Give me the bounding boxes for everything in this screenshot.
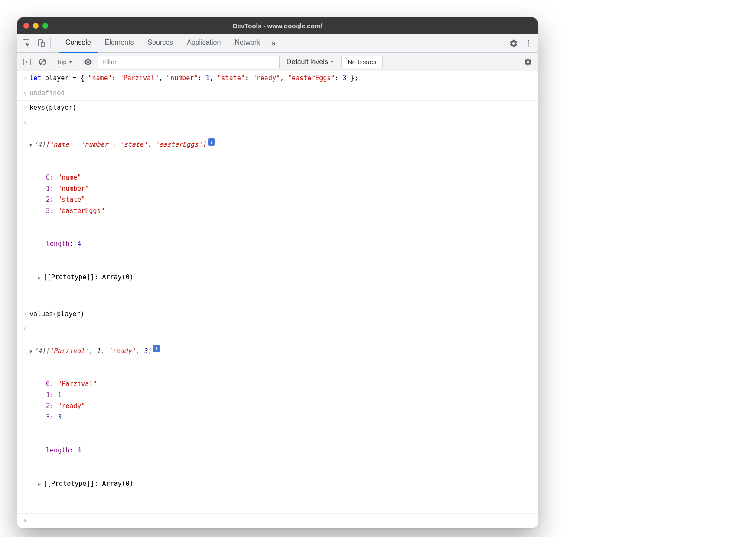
console-code: keys(player) xyxy=(29,102,532,114)
devtools-window: DevTools - www.google.com/ Console Eleme… xyxy=(17,17,538,528)
svg-rect-2 xyxy=(41,42,44,47)
titlebar: DevTools - www.google.com/ xyxy=(17,17,538,34)
array-length: length: 4 xyxy=(29,239,532,250)
caret-down-icon[interactable] xyxy=(29,346,34,357)
svg-line-8 xyxy=(40,60,45,64)
array-item: 0: "name" xyxy=(29,172,532,183)
console-toolbar: top ▼ Default levels ▼ No Issues xyxy=(17,53,538,71)
settings-icon[interactable] xyxy=(506,36,521,51)
input-chevron-icon: › xyxy=(21,73,29,84)
return-chevron-icon: › xyxy=(21,88,29,99)
divider xyxy=(50,38,51,49)
prompt-chevron-icon: › xyxy=(21,515,29,527)
console-input-row: › values(player) xyxy=(17,307,538,322)
main-tabbar: Console Elements Sources Application Net… xyxy=(17,34,538,53)
array-item: 0: "Parzival" xyxy=(29,379,532,390)
divider xyxy=(52,57,52,67)
tab-console[interactable]: Console xyxy=(59,34,98,53)
info-icon[interactable]: i xyxy=(208,138,215,146)
traffic-lights xyxy=(23,23,48,29)
undefined-result: undefined xyxy=(29,88,532,99)
return-chevron-icon: › xyxy=(21,324,29,512)
console-result-row: › undefined xyxy=(17,86,538,101)
array-prototype[interactable]: ▶[[Prototype]]: Array(0) xyxy=(29,272,532,283)
minimize-window-button[interactable] xyxy=(33,23,39,29)
chevron-down-icon: ▼ xyxy=(330,59,334,64)
array-summary[interactable]: (4) ['Parzival', 1, 'ready', 3] i xyxy=(29,346,532,357)
console-code: values(player) xyxy=(29,309,532,320)
panel-tabs: Console Elements Sources Application Net… xyxy=(59,34,280,53)
caret-right-icon[interactable]: ▶ xyxy=(38,481,43,489)
console-input[interactable] xyxy=(29,515,532,527)
array-prototype[interactable]: ▶[[Prototype]]: Array(0) xyxy=(29,478,532,490)
array-item: 1: 1 xyxy=(29,390,532,401)
maximize-window-button[interactable] xyxy=(42,23,48,29)
window-title: DevTools - www.google.com/ xyxy=(17,22,538,29)
chevron-down-icon: ▼ xyxy=(68,59,73,64)
info-icon[interactable]: i xyxy=(153,345,160,352)
log-levels-selector[interactable]: Default levels ▼ xyxy=(283,58,338,66)
array-result: (4) ['name', 'number', 'state', 'easterE… xyxy=(29,117,532,305)
console-result-row[interactable]: › (4) ['name', 'number', 'state', 'easte… xyxy=(17,115,538,308)
return-chevron-icon: › xyxy=(21,117,29,305)
console-input-row: › let player = { "name": "Parzival", "nu… xyxy=(17,71,538,86)
input-chevron-icon: › xyxy=(21,309,29,320)
console-settings-icon[interactable] xyxy=(522,56,534,68)
caret-right-icon[interactable]: ▶ xyxy=(38,274,43,282)
sidebar-toggle-icon[interactable] xyxy=(21,56,33,68)
array-result: (4) ['Parzival', 1, 'ready', 3] i 0: "Pa… xyxy=(29,324,532,512)
svg-point-4 xyxy=(528,43,529,44)
array-item: 3: 3 xyxy=(29,412,532,423)
caret-down-icon[interactable] xyxy=(29,139,34,151)
array-length: length: 4 xyxy=(29,445,532,456)
kebab-menu-icon[interactable] xyxy=(521,36,536,51)
inspect-element-icon[interactable] xyxy=(19,36,34,51)
svg-point-3 xyxy=(528,40,529,41)
context-selector[interactable]: top ▼ xyxy=(56,58,75,65)
console-prompt[interactable]: › xyxy=(17,514,538,528)
live-expression-icon[interactable] xyxy=(82,56,94,68)
tab-network[interactable]: Network xyxy=(228,34,267,53)
console-input-row: › keys(player) xyxy=(17,101,538,115)
array-item: 1: "number" xyxy=(29,183,532,195)
tab-application[interactable]: Application xyxy=(180,34,228,53)
array-item: 2: "state" xyxy=(29,194,532,206)
svg-point-5 xyxy=(528,45,529,46)
more-tabs-icon[interactable]: » xyxy=(267,39,280,48)
console-body: › let player = { "name": "Parzival", "nu… xyxy=(17,71,538,528)
array-item: 3: "easterEggs" xyxy=(29,206,532,217)
tab-elements[interactable]: Elements xyxy=(98,34,141,53)
levels-label: Default levels xyxy=(287,58,328,66)
divider xyxy=(78,57,78,67)
device-toolbar-icon[interactable] xyxy=(34,36,49,51)
filter-input[interactable] xyxy=(98,56,280,68)
console-result-row[interactable]: › (4) ['Parzival', 1, 'ready', 3] i 0: "… xyxy=(17,322,538,514)
console-code: let player = { "name": "Parzival", "numb… xyxy=(29,73,532,84)
array-summary[interactable]: (4) ['name', 'number', 'state', 'easterE… xyxy=(29,139,532,151)
tab-sources[interactable]: Sources xyxy=(140,34,180,53)
context-label: top xyxy=(58,58,67,65)
close-window-button[interactable] xyxy=(23,23,29,29)
input-chevron-icon: › xyxy=(21,102,29,114)
array-item: 2: "ready" xyxy=(29,401,532,412)
clear-console-icon[interactable] xyxy=(36,56,49,68)
issues-button[interactable]: No Issues xyxy=(341,56,383,68)
